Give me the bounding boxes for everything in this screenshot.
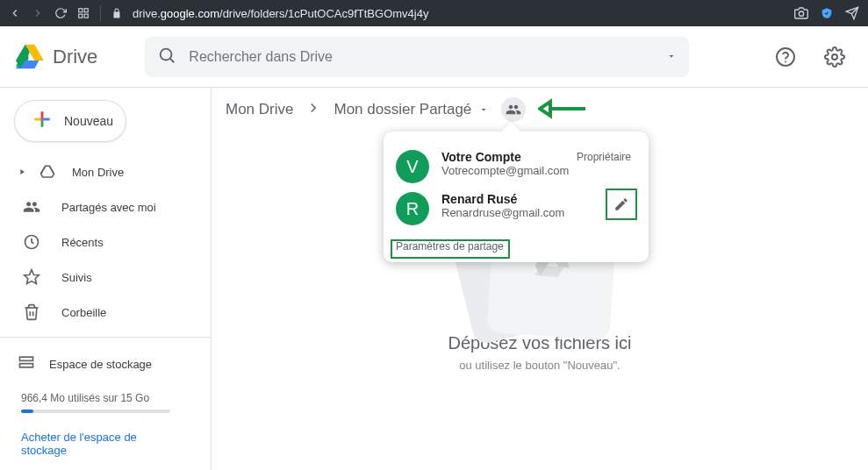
reload-icon[interactable] [54,7,67,19]
main-panel: Mon Drive Mon dossier Partagé V Votre Co… [211,88,868,470]
person-email: Votrecompte@gmail.com [441,164,569,177]
lock-icon [111,8,122,18]
trash-icon [23,303,40,321]
sidebar-item-label: Suivis [61,271,92,284]
svg-rect-3 [79,14,82,18]
annotation-box [391,239,510,259]
sidebar-item-trash[interactable]: Corbeille [0,295,211,330]
sidebar-item-shared[interactable]: Partagés avec moi [0,189,211,224]
app-header: Drive [0,26,868,88]
drive-icon [39,164,56,180]
storage-bar [21,409,170,413]
sidebar-item-label: Corbeille [61,306,106,319]
sidebar-item-recent[interactable]: Récents [0,224,211,260]
dropzone-subtitle: ou utilisez le bouton "Nouveau". [364,359,715,372]
person-name: Votre Compte [441,150,569,164]
person-email: Renardruse@gmail.com [441,206,564,219]
gear-icon[interactable] [817,39,852,75]
storage-title: Espace de stockage [49,358,152,371]
shield-icon[interactable] [821,7,833,19]
app-title: Drive [53,46,97,68]
share-person-row-owner: V Votre Compte Votrecompte@gmail.com Pro… [396,146,635,188]
sidebar-item-label: Partagés avec moi [61,201,156,214]
browser-chrome: drive.google.com/drive/folders/1cPutOCAc… [0,0,868,26]
storage-used-text: 966,4 Mo utilisés sur 15 Go [21,392,190,404]
storage-icon [18,353,35,374]
new-button[interactable]: Nouveau [14,100,126,142]
search-input[interactable] [189,49,654,65]
search-box[interactable] [145,37,689,77]
chevron-down-icon [478,104,489,115]
clock-icon [23,233,40,251]
sidebar-item-my-drive[interactable]: Mon Drive [0,154,211,189]
send-icon[interactable] [845,6,859,20]
svg-point-12 [832,54,837,60]
breadcrumb-current-label: Mon dossier Partagé [334,101,471,118]
share-popover: V Votre Compte Votrecompte@gmail.com Pro… [384,132,649,262]
back-icon[interactable] [9,7,21,19]
svg-point-8 [161,48,172,60]
new-button-label: Nouveau [64,114,113,128]
share-person-row: R Renard Rusé Renardruse@gmail.com [396,188,635,230]
svg-marker-14 [25,270,39,284]
svg-rect-2 [84,14,88,18]
breadcrumb-current[interactable]: Mon dossier Partagé [334,101,489,118]
chevron-right-icon [305,100,321,120]
svg-point-11 [785,61,786,62]
dropzone-title: Déposez vos fichiers ici [364,333,715,353]
drive-logo[interactable]: Drive [16,43,97,71]
svg-rect-0 [79,9,82,12]
star-icon [23,268,40,286]
svg-rect-15 [20,357,33,360]
sidebar-item-label: Récents [61,236,104,249]
breadcrumb-root[interactable]: Mon Drive [226,101,293,118]
avatar: V [396,150,429,183]
help-icon[interactable] [768,39,803,75]
avatar: R [396,192,429,225]
sidebar-item-starred[interactable]: Suivis [0,260,211,295]
svg-rect-1 [84,9,88,12]
forward-icon[interactable] [32,7,44,19]
annotation-arrow [538,96,587,121]
person-name: Renard Rusé [441,192,564,206]
address-bar[interactable]: drive.google.com/drive/folders/1cPutOCAc… [133,7,428,20]
apps-icon[interactable] [77,7,90,19]
sidebar: Nouveau Mon Drive Partagés avec moi Réce… [0,88,211,470]
svg-rect-16 [20,364,33,367]
plus-icon [31,108,54,135]
svg-point-10 [777,48,794,66]
svg-line-9 [171,59,175,62]
search-options-icon[interactable] [666,49,677,65]
people-icon [23,198,40,216]
sidebar-item-label: Mon Drive [72,166,124,179]
buy-storage-link[interactable]: Acheter de l'espace de stockage [21,431,161,457]
search-icon[interactable] [157,46,176,68]
annotation-box [606,189,637,220]
person-role: Propriétaire [577,151,631,163]
shared-indicator-icon[interactable] [501,97,526,122]
camera-icon[interactable] [794,6,808,20]
expand-icon[interactable] [18,167,26,176]
storage-block: Espace de stockage 966,4 Mo utilisés sur… [0,345,211,457]
svg-point-4 [799,11,803,16]
